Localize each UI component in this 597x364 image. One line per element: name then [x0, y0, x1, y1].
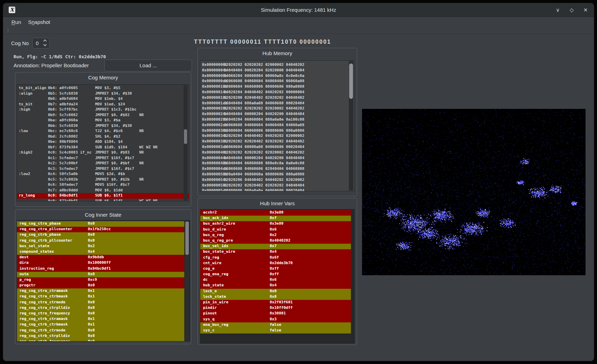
state-row[interactable]: reg_cog_ctrb_pllcounter 0x0	[17, 238, 184, 244]
var-row[interactable]: acshr2 0x3e80	[200, 210, 351, 216]
var-row[interactable]: cog_e 0xff	[200, 266, 351, 272]
hub-memory-row[interactable]: 0x00000028: 06040204 06060804 080a0a0e 0…	[200, 117, 354, 123]
cog-memory-row[interactable]: 0c9: 873c0bf5 SUB $6, $1f5 WC WZ NR	[17, 199, 189, 202]
cog-memory-row[interactable]: 0be: 80bf0804 ADD $184, $4	[17, 139, 189, 145]
state-row[interactable]: reg_cog_ctra_ctrbmask 0x1	[17, 294, 184, 300]
hub-memory-row[interactable]: 0x0000004c: 06060608 04060606 02040404 0…	[200, 166, 354, 172]
cog-memory-row[interactable]: 0c6: 50fedec7 MOVS $16f, #$c7	[17, 182, 189, 188]
var-row[interactable]: ena_bus_reg false	[200, 322, 351, 328]
menu-snapshot[interactable]: Snapshot	[26, 18, 52, 27]
cog-memory-row[interactable]: 0c3: 5cfedec7 JMPRET $16f, #$c7	[17, 166, 189, 172]
state-row[interactable]: reg_cog_ctrb_ctramask 0x1	[17, 317, 184, 322]
state-row[interactable]: reg_cog_ctra_pllcounter 0x1fb250cc	[17, 227, 184, 232]
cog-memory-row[interactable]: 0bf: 873fb384 SUB $1d9, $184 WC WZ NR	[17, 145, 189, 150]
cog-no-spinner[interactable]: 0	[32, 38, 50, 49]
hub-memory-row[interactable]: 0x00000024: 04040404 00000204 04020200 0…	[200, 112, 354, 117]
var-row[interactable]: bus_sel_idx 0x7	[200, 244, 351, 249]
var-row[interactable]: bus_d_wire 0x6	[200, 227, 351, 233]
cog-memory-row[interactable]: 0c5: 5c7c002b JMPRET $0, #$2b NR	[17, 177, 189, 183]
load-button[interactable]: Load ...	[104, 60, 192, 71]
cog-memory-row[interactable]: 0bd: 2cfc0802 SHL $4, #$2	[17, 134, 189, 140]
var-row[interactable]: bus_state_wire 0x4	[200, 249, 351, 255]
scrollbar-handle[interactable]	[185, 222, 189, 255]
var-row[interactable]: sys_c false	[200, 328, 351, 333]
cog-memory-scrollbar[interactable]	[184, 85, 187, 201]
hub-memory-row[interactable]: 0x00000014: 04020204 04040402 04020202 0…	[200, 90, 354, 95]
minimize-button[interactable]: ∨	[553, 5, 563, 15]
state-row[interactable]: reg_cog_ctrb_phase 0x0	[17, 232, 184, 238]
cog-memory-row[interactable]: 0ba: a0fc060a MOV $3, #$a	[17, 118, 189, 123]
state-row[interactable]: compound_statex 0x4	[17, 249, 184, 255]
state-row[interactable]: progctr 0x0	[17, 283, 184, 288]
state-row[interactable]: reg_cog_ctrb_ctrplldiv 0x0	[17, 333, 184, 339]
hub-memory-row[interactable]: 0x00000048: 06040404 06060608 080e0c0a 0…	[200, 161, 354, 166]
var-row[interactable]: bus_q_reg 0x2	[200, 233, 351, 238]
hub-memory-row[interactable]: 0x00000018: 02020200 02040402 02020202 0…	[200, 95, 354, 101]
spinner-up-button[interactable]	[43, 38, 48, 43]
cog-memory-list[interactable]: tx_bit_align 0b4: a0fc0605 MOV $3, #$5 :…	[17, 84, 189, 201]
hub-memory-row[interactable]: 0x00000050: 080a0404 0606060a 08080606 0…	[200, 172, 354, 177]
hub-memory-row[interactable]: 0x00000030: 08080604 06060806 08080606 0…	[200, 128, 354, 134]
cog-memory-row[interactable]: tx_bit_align 0b4: a0fc0605 MOV $3, #$5	[17, 86, 189, 91]
hub-memory-row[interactable]: 0x0000003c: 08060604 08080a08 04060606 0…	[200, 145, 354, 150]
close-button[interactable]: ✕	[581, 5, 590, 15]
cog-memory-row[interactable]: 0c1: 5cfedec7 JMPRET $16f, #$c7	[17, 156, 189, 161]
var-row[interactable]: lock_state 0x0	[200, 294, 351, 300]
state-row[interactable]: reg_cog_ctra_ctrmode 0x0	[17, 300, 184, 305]
state-row[interactable]: dest 0x9b8db	[17, 255, 184, 260]
cog-memory-row[interactable]: rx_long 0c8: 84bc0df1 SUB $6, $1f1	[17, 193, 189, 199]
menu-run[interactable]: Run	[9, 18, 24, 27]
state-row[interactable]: reg_cog_ctrb_ctrbmask 0x1	[17, 322, 184, 328]
hub-memory-row[interactable]: 0x00000010: 08080604 06060806 08080606 0…	[200, 84, 354, 90]
hub-memory-row[interactable]: 0x00000038: 02020202 02020402 02020202 0…	[200, 139, 354, 145]
state-row[interactable]: reg_cog_ctra_ctrplldiv 0x0	[17, 305, 184, 311]
state-row[interactable]: dira 0x100000ff	[17, 260, 184, 266]
state-row[interactable]: outa 0x0	[17, 272, 184, 277]
cog-no-value[interactable]: 0	[36, 38, 39, 48]
cog-memory-row[interactable]: :align 0b5: 5cfc6830 JMPRET $34, #$30	[17, 91, 189, 97]
hub-memory-row[interactable]: 0x00000058: 02020202 02020402 02020202 0…	[200, 183, 354, 189]
var-row[interactable]: bus_ack_idx 0xf	[200, 216, 351, 221]
hub-memory-row[interactable]: 0x00000044: 04040404 00000204 04020200 0…	[200, 156, 354, 161]
cog-memory-row[interactable]: tx_bit 0b7: a0bfda24 MOV $1ed, $24	[17, 102, 189, 107]
titlebar[interactable]: X Simulation Frequency: 1481 kHz ∨ ◇ ✕	[3, 3, 594, 17]
hub-memory-row[interactable]: 0x0000001c: 06040404 080a0a08 04060608 0…	[200, 101, 354, 106]
hub-memory-row[interactable]: 0x00000004: 04040404 00020204 02020000 0…	[200, 68, 354, 73]
hub-memory-row[interactable]: 0x0000000c: 06060608 04060604 04060404 0…	[200, 79, 354, 84]
hub-memory-row[interactable]: 0x0000002c: 06060608 04060604 04060404 0…	[200, 123, 354, 128]
hub-memory-row[interactable]: 0x00000034: 02020204 04040402 04020202 0…	[200, 133, 354, 139]
var-row[interactable]: cog_ena_reg 0xff	[200, 272, 351, 277]
hub-memory-scrollbar[interactable]	[349, 61, 353, 191]
hub-memory-row[interactable]: 0x00000040: 02020202 02020202 02020002 0…	[200, 150, 354, 156]
var-row[interactable]: cfg_reg 0x6f	[200, 255, 351, 261]
maximize-button[interactable]: ◇	[567, 5, 577, 15]
state-row[interactable]: p_reg 0xc9	[17, 277, 184, 283]
var-row[interactable]: dc 0x6	[200, 277, 351, 283]
var-row[interactable]: bus_ashr2_wire 0x3e80	[200, 221, 351, 227]
hub-memory-row[interactable]: 0x00000020: 02020202 02020202 02020002 0…	[200, 106, 354, 112]
cog-memory-row[interactable]: :high 0b8: 5cff87bc JMPRET $1c3, #$1bc	[17, 107, 189, 113]
state-row[interactable]: reg_cog_ctra_phase 0x0	[17, 221, 184, 227]
cog-memory-row[interactable]: 0c7: a0bc0ddd MOV $6, $1dd	[17, 188, 189, 193]
spinner-down-button[interactable]	[43, 43, 48, 48]
hub-memory-row[interactable]: 0x00000008: 04060204 08060804 08060a0c 0…	[200, 73, 354, 79]
cog-memory-row[interactable]: 0b6: a0bfd604 MOV $1eb, $4	[17, 96, 189, 102]
cog-memory-row[interactable]: 0b9: 5c7c0082 JMPRET $0, #$82 NR	[17, 113, 189, 118]
state-row[interactable]: reg_cog_ctra_frequency 0x0	[17, 311, 184, 317]
cog-memory-row[interactable]: 0bb: 5cfc6830 JMPRET $34, #$30	[17, 123, 189, 129]
scrollbar-handle[interactable]	[184, 129, 187, 144]
var-row[interactable]: pinout 0x30801	[200, 311, 351, 317]
cog-memory-row[interactable]: :high2 0c0: 5c4c0083 if_nc JMPRET $0, #$…	[17, 150, 189, 156]
state-row[interactable]: reg_cog_ctrb_frequency 0x0	[17, 339, 184, 341]
toolbar-grip-icon[interactable]	[7, 28, 9, 33]
var-row[interactable]: lock_e 0x0	[200, 289, 351, 294]
hub-memory-row[interactable]: 0x00000000: 02020202 02020202 02000002 0…	[200, 62, 354, 68]
cog-memory-row[interactable]: :low 0bc: ec7c08c6 TJZ $4, #$c6 NR	[17, 129, 189, 134]
cog-memory-row[interactable]: :low2 0c4: 50fc5a0b MOVS $2d, #$b	[17, 172, 189, 177]
hub-inner-vars-list[interactable]: acshr2 0x3e80 bus_ack_idx 0xf bus_ashr2_…	[200, 209, 355, 344]
hub-memory-list[interactable]: 0x00000000: 02020202 02020202 02000002 0…	[200, 60, 355, 191]
state-row[interactable]: reg_cog_ctrb_ctrmode 0x0	[17, 328, 184, 333]
hub-memory-row[interactable]: 0x0000005c: 08080606 060a0a0a 04060606 0…	[200, 188, 354, 191]
scrollbar-handle[interactable]	[349, 63, 353, 99]
var-row[interactable]: pindir 0x10ff0dff	[200, 305, 351, 311]
